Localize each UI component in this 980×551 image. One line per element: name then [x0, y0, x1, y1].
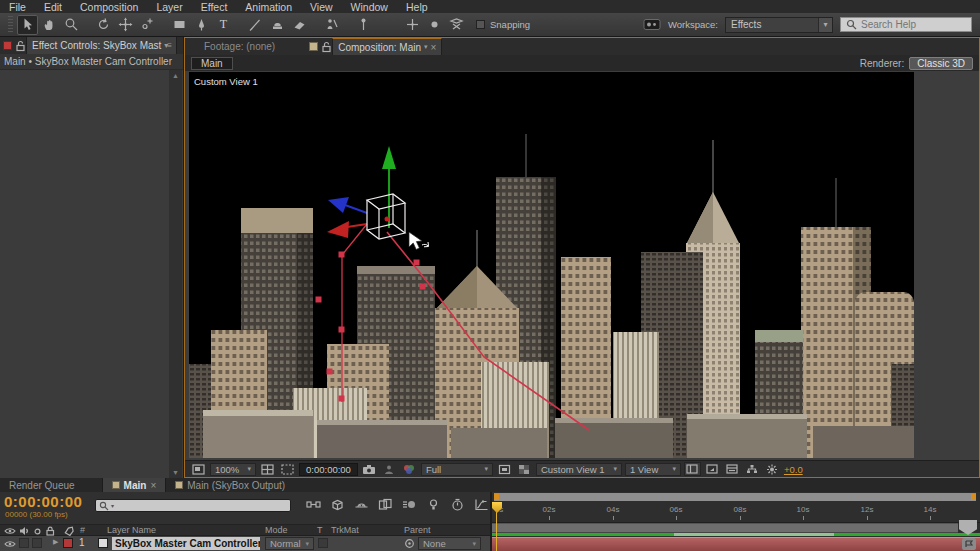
- menu-layer[interactable]: Layer: [147, 1, 191, 13]
- layer-expand-icon[interactable]: ▶: [53, 538, 58, 546]
- timeline-button[interactable]: [724, 462, 741, 476]
- frame-blending-icon[interactable]: [378, 498, 393, 511]
- layer-visibility-eye-icon[interactable]: [4, 539, 16, 549]
- safe-zones-button[interactable]: [259, 462, 276, 476]
- view-select[interactable]: Custom View 1 ▾: [536, 463, 622, 476]
- menu-edit[interactable]: Edit: [35, 1, 71, 13]
- draft-3d-icon[interactable]: [330, 498, 345, 511]
- graph-editor-icon[interactable]: [474, 498, 489, 511]
- tab-timeline-output[interactable]: Main (SkyBox Output): [166, 478, 294, 492]
- show-snapshot-button[interactable]: [381, 462, 398, 476]
- region-of-interest-button[interactable]: [496, 462, 513, 476]
- layer-label-swatch[interactable]: [63, 538, 73, 548]
- transparency-grid-button[interactable]: [516, 462, 533, 476]
- menu-view[interactable]: View: [301, 1, 342, 13]
- zoom-tool[interactable]: [61, 15, 82, 35]
- layer-audio-toggle[interactable]: [19, 538, 29, 548]
- comp-mini-flowchart-icon[interactable]: [306, 498, 321, 511]
- grid-button[interactable]: [279, 462, 296, 476]
- auto-keyframe-icon[interactable]: [450, 498, 465, 511]
- help-search-input[interactable]: [861, 19, 961, 30]
- pixel-aspect-button[interactable]: [684, 462, 701, 476]
- tab-timeline-main[interactable]: Main ×: [102, 478, 167, 492]
- scroll-down-icon[interactable]: ▼: [172, 469, 179, 476]
- navigator-handle-right[interactable]: [971, 494, 976, 500]
- tab-footage[interactable]: Footage: (none): [199, 38, 280, 55]
- menu-file[interactable]: File: [0, 1, 35, 13]
- brainstorm-icon[interactable]: [426, 498, 441, 511]
- composition-viewport[interactable]: Custom View 1: [189, 72, 914, 458]
- work-area-bar[interactable]: [492, 523, 958, 533]
- navigator-handle-left[interactable]: [494, 494, 499, 500]
- fast-previews-button[interactable]: [704, 462, 721, 476]
- tab-close-icon[interactable]: ×: [431, 42, 437, 53]
- channels-button[interactable]: [401, 462, 418, 476]
- menu-animation[interactable]: Animation: [236, 1, 301, 13]
- rotation-tool[interactable]: [93, 15, 114, 35]
- view-axis-mode-button[interactable]: [446, 15, 467, 35]
- unlock-icon[interactable]: [15, 40, 26, 52]
- eraser-tool[interactable]: [289, 15, 310, 35]
- workspace-select[interactable]: Effects ▾: [725, 17, 833, 33]
- clone-stamp-tool[interactable]: [267, 15, 288, 35]
- comp-nav-main-button[interactable]: Main: [191, 57, 233, 70]
- shy-layers-icon[interactable]: [354, 498, 369, 511]
- tab-dropdown-icon[interactable]: ▾: [424, 43, 428, 51]
- layer-row[interactable]: ▶ 1 SkyBox Master Cam Controller Normal …: [0, 536, 490, 551]
- help-search-box[interactable]: [840, 17, 972, 32]
- motion-blur-icon[interactable]: [402, 498, 417, 511]
- layer-name-field[interactable]: SkyBox Master Cam Controller: [112, 537, 260, 550]
- hand-tool[interactable]: [39, 15, 60, 35]
- menu-help[interactable]: Help: [397, 1, 437, 13]
- unified-camera-tool[interactable]: [115, 15, 136, 35]
- view-layout-select[interactable]: 1 View ▾: [625, 463, 681, 476]
- snapping-checkbox[interactable]: [476, 20, 485, 29]
- type-tool[interactable]: T: [213, 15, 234, 35]
- tab-effect-controls[interactable]: Effect Controls: SkyBox Mast ▾≡: [26, 37, 177, 54]
- selection-tool[interactable]: [17, 15, 38, 35]
- parent-pickwhip-icon[interactable]: [404, 538, 415, 549]
- roto-brush-tool[interactable]: [321, 15, 342, 35]
- flowchart-button[interactable]: [744, 462, 761, 476]
- brush-tool[interactable]: [245, 15, 266, 35]
- tab-render-queue[interactable]: Render Queue: [0, 478, 84, 492]
- column-trkmat[interactable]: TrkMat: [331, 525, 359, 535]
- snapshot-button[interactable]: [361, 462, 378, 476]
- z-axis-arrow[interactable]: [345, 205, 367, 213]
- magnification-select[interactable]: 100% ▾: [210, 463, 256, 476]
- current-time-display[interactable]: 0:00:00:00: [4, 493, 82, 510]
- column-parent[interactable]: Parent: [404, 525, 431, 535]
- scroll-up-icon[interactable]: ▲: [172, 72, 179, 79]
- tab-close-icon[interactable]: ×: [150, 480, 156, 491]
- panel-menu-icon[interactable]: ▾≡: [164, 41, 171, 50]
- layer-solo-toggle[interactable]: [32, 538, 42, 548]
- effect-controls-scrollbar[interactable]: ▲ ▼: [169, 70, 182, 478]
- reset-exposure-button[interactable]: [764, 462, 781, 476]
- menu-effect[interactable]: Effect: [192, 1, 237, 13]
- null-cube-wireframe[interactable]: [367, 194, 405, 239]
- layer-t-toggle[interactable]: [318, 538, 328, 548]
- local-axis-mode-button[interactable]: [402, 15, 423, 35]
- always-preview-button[interactable]: [190, 462, 207, 476]
- pen-tool[interactable]: [191, 15, 212, 35]
- column-number[interactable]: #: [80, 525, 85, 535]
- rectangle-tool[interactable]: [169, 15, 190, 35]
- resolution-select[interactable]: Full ▾: [421, 463, 493, 476]
- menu-composition[interactable]: Composition: [71, 1, 147, 13]
- renderer-button[interactable]: Classic 3D: [909, 57, 973, 70]
- column-t[interactable]: T: [317, 525, 323, 535]
- comp-timecode[interactable]: 0:00:00:00: [299, 463, 358, 476]
- time-ruler[interactable]: 0s 02s 04s 06s 08s 10s 12s 14s: [492, 501, 980, 523]
- comp-marker-bin[interactable]: [962, 538, 976, 550]
- null-object-gizmo[interactable]: [327, 146, 405, 239]
- x-axis-arrow[interactable]: [347, 224, 367, 227]
- world-axis-mode-button[interactable]: [424, 15, 445, 35]
- unlock-icon[interactable]: [321, 41, 332, 53]
- tab-composition-main[interactable]: Composition: Main ▾ ×: [332, 38, 442, 55]
- navigator-thumb[interactable]: [494, 493, 976, 501]
- timeline-search-box[interactable]: ▾: [95, 499, 291, 512]
- pan-behind-tool[interactable]: [137, 15, 158, 35]
- column-mode[interactable]: Mode: [265, 525, 288, 535]
- parent-select[interactable]: None ▾: [418, 537, 481, 550]
- column-layer-name[interactable]: Layer Name: [107, 525, 156, 535]
